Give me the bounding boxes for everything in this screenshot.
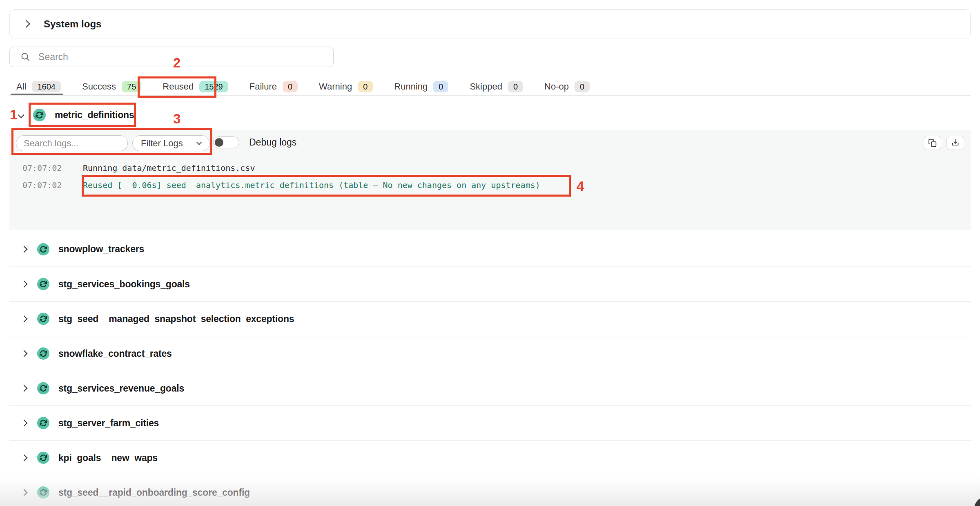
- expanded-log-item-metric-definitions[interactable]: metric_definitions: [19, 104, 134, 125]
- global-search[interactable]: [9, 47, 334, 67]
- reused-sync-icon: [37, 486, 49, 499]
- reused-sync-icon: [37, 313, 49, 325]
- count-badge: 75: [122, 81, 141, 92]
- annotation-number-3: 3: [173, 111, 180, 127]
- log-item-snowflake-contract-rates[interactable]: snowflake_contract_rates: [9, 336, 971, 371]
- chevron-right-icon[interactable]: [21, 246, 28, 253]
- chevron-down-icon[interactable]: [18, 112, 24, 118]
- debug-logs-toggle[interactable]: [213, 137, 239, 148]
- reused-sync-icon: [37, 243, 49, 255]
- toggle-knob: [215, 138, 223, 147]
- chevron-down-icon: [196, 140, 202, 145]
- log-message-reused: Reused [ 0.06s] seed analytics.metric_de…: [83, 180, 540, 190]
- tab-all[interactable]: All 1604: [16, 81, 61, 92]
- chevron-right-icon[interactable]: [21, 385, 28, 392]
- count-badge: 0: [508, 81, 523, 92]
- download-logs-button[interactable]: [947, 136, 964, 150]
- chevron-right-icon[interactable]: [21, 455, 28, 461]
- reused-sync-icon: [37, 452, 49, 464]
- log-item-kpi-goals-new-waps[interactable]: kpi_goals__new_waps: [9, 440, 971, 475]
- node-name: kpi_goals__new_waps: [58, 452, 158, 463]
- copy-logs-button[interactable]: [924, 136, 941, 150]
- log-item-stg-seed-managed-snapshot-selection-exceptions[interactable]: stg_seed__managed_snapshot_selection_exc…: [9, 301, 971, 336]
- log-item-snowplow-trackers[interactable]: snowplow_trackers: [9, 232, 971, 266]
- tab-skipped[interactable]: Skipped 0: [470, 81, 523, 92]
- log-timestamp: 07:07:02: [22, 163, 60, 173]
- tab-warning[interactable]: Warning 0: [319, 81, 373, 92]
- chat-widget-partial[interactable]: [974, 497, 980, 506]
- count-badge: 0: [283, 81, 298, 92]
- tabs-divider: [9, 95, 971, 96]
- reused-sync-icon: [37, 417, 49, 429]
- reused-sync-icon: [37, 382, 49, 394]
- tab-success[interactable]: Success 75: [82, 81, 141, 92]
- log-item-stg-services-bookings-goals[interactable]: stg_services_bookings_goals: [9, 266, 971, 301]
- log-item-stg-server-farm-cities[interactable]: stg_server_farm_cities: [9, 405, 971, 440]
- count-badge: 0: [575, 81, 590, 92]
- log-item-stg-seed-rapid-onboarding-score-config[interactable]: stg_seed__rapid_onboarding_score_config: [9, 475, 971, 506]
- tab-failure[interactable]: Failure 0: [249, 81, 298, 92]
- chevron-right-icon[interactable]: [21, 316, 28, 322]
- log-item-stg-services-revenue-goals[interactable]: stg_services_revenue_goals: [9, 371, 971, 405]
- log-line: 07:07:02 Reused [ 0.06s] seed analytics.…: [0, 180, 540, 190]
- copy-icon: [928, 139, 937, 147]
- reused-sync-icon: [37, 347, 49, 360]
- tab-running[interactable]: Running 0: [394, 81, 448, 92]
- page-title: System logs: [44, 18, 101, 30]
- log-timestamp: 07:07:02: [22, 180, 60, 190]
- log-line: 07:07:02 Running data/metric_definitions…: [0, 163, 255, 173]
- node-name: stg_seed__managed_snapshot_selection_exc…: [58, 313, 294, 325]
- chevron-right-icon[interactable]: [22, 20, 30, 27]
- status-tabs: All 1604 Success 75 Reused 1529 Failure …: [16, 78, 590, 96]
- count-badge: 1529: [199, 81, 228, 92]
- debug-logs-label: Debug logs: [249, 137, 296, 148]
- reused-sync-icon: [37, 278, 49, 290]
- node-name: stg_services_bookings_goals: [58, 279, 190, 290]
- search-input[interactable]: [38, 51, 300, 63]
- system-logs-header[interactable]: System logs: [9, 9, 971, 38]
- annotation-number-1: 1: [10, 107, 17, 123]
- chevron-right-icon[interactable]: [21, 420, 28, 427]
- chevron-right-icon[interactable]: [21, 489, 28, 496]
- node-name: snowplow_trackers: [58, 244, 144, 255]
- filter-logs-dropdown[interactable]: Filter Logs: [132, 135, 209, 151]
- tab-reused[interactable]: Reused 1529: [163, 81, 228, 92]
- logs-search[interactable]: [16, 135, 128, 151]
- logs-search-input[interactable]: [24, 138, 118, 149]
- chevron-right-icon[interactable]: [21, 350, 28, 357]
- count-badge: 0: [358, 81, 373, 92]
- reused-sync-icon: [33, 109, 46, 121]
- log-item-list: snowplow_trackers stg_services_bookings_…: [9, 232, 971, 506]
- count-badge: 1604: [32, 81, 61, 92]
- node-name: stg_services_revenue_goals: [58, 383, 184, 394]
- download-icon: [951, 139, 960, 147]
- tab-noop[interactable]: No-op 0: [544, 81, 590, 92]
- node-name: metric_definitions: [55, 110, 134, 121]
- log-message: Running data/metric_definitions.csv: [83, 163, 255, 173]
- count-badge: 0: [433, 81, 448, 92]
- node-name: stg_seed__rapid_onboarding_score_config: [58, 487, 250, 498]
- search-icon: [20, 52, 30, 62]
- chevron-right-icon[interactable]: [21, 281, 28, 288]
- node-name: snowflake_contract_rates: [58, 348, 172, 359]
- node-name: stg_server_farm_cities: [58, 418, 159, 429]
